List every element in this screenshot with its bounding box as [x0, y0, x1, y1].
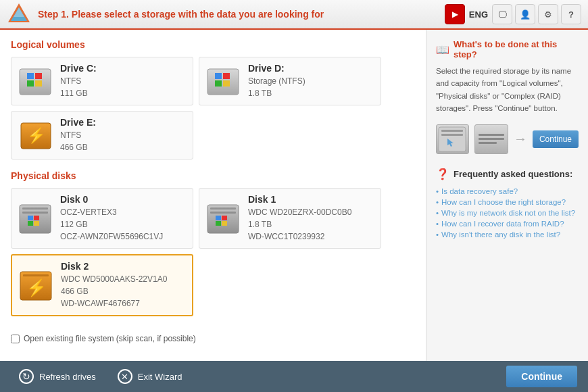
drive-c-icon	[18, 64, 53, 99]
faq-item-0[interactable]: Is data recovery safe?	[436, 186, 579, 197]
svg-rect-23	[210, 207, 236, 210]
svg-rect-20	[28, 221, 33, 226]
svg-text:⚡: ⚡	[27, 126, 46, 145]
exit-icon: ✕	[118, 369, 132, 384]
svg-rect-21	[34, 221, 39, 226]
svg-rect-26	[222, 216, 227, 220]
exit-wizard-button[interactable]: ✕ Exit Wizard	[109, 365, 191, 388]
monitor-icon: 🖵	[498, 9, 507, 20]
disk-1-name: Disk 1	[248, 194, 351, 205]
disk-0-detail: OCZ-VERTEX3 112 GB OCZ-AWNZ0FW55696C1VJ	[60, 206, 163, 243]
language-label: ENG	[469, 9, 488, 20]
faq-list: Is data recovery safe? How can I choose …	[436, 186, 579, 240]
step-label: Step 1.	[38, 9, 69, 20]
drive-e-item[interactable]: ⚡ Drive E: NTFS 466 GB	[11, 111, 193, 160]
faq-title: ❓ Frequently asked questions:	[436, 168, 579, 180]
svg-rect-25	[216, 216, 221, 220]
disk-2-icon: ⚡	[19, 268, 54, 303]
drive-c-detail: NTFS 111 GB	[60, 75, 97, 99]
physical-disks-grid: Disk 0 OCZ-VERTEX3 112 GB OCZ-AWNZ0FW556…	[11, 188, 415, 316]
drive-d-detail: Storage (NTFS) 1.8 TB	[248, 75, 305, 99]
continue-preview: → Continue	[436, 124, 579, 154]
drive-e-info: Drive E: NTFS 466 GB	[60, 117, 96, 153]
svg-text:⚡: ⚡	[26, 278, 47, 297]
disk-2-item[interactable]: ⚡ Disk 2 WDC WD5000AAKS-22V1A0 466 GB WD…	[11, 254, 193, 316]
svg-rect-27	[216, 221, 221, 226]
right-panel: 📖 What's to be done at this step? Select…	[426, 30, 588, 361]
svg-rect-4	[27, 73, 34, 79]
svg-rect-6	[27, 80, 34, 87]
svg-rect-17	[22, 212, 48, 214]
refresh-icon: ↻	[19, 369, 34, 384]
main-content: Logical volumes	[0, 30, 588, 361]
svg-rect-28	[222, 221, 227, 226]
whats-done-title: 📖 What's to be done at this step?	[436, 39, 579, 59]
svg-rect-19	[34, 216, 39, 220]
svg-rect-24	[210, 212, 236, 214]
continue-preview-button[interactable]: Continue	[533, 130, 579, 148]
app-logo	[7, 2, 31, 26]
settings-button[interactable]: ⚙	[538, 4, 558, 24]
svg-rect-16	[22, 207, 48, 210]
svg-rect-7	[35, 80, 42, 87]
header: Step 1. Please select a storage with the…	[0, 0, 588, 30]
disk-0-info: Disk 0 OCZ-VERTEX3 112 GB OCZ-AWNZ0FW556…	[60, 194, 163, 243]
faq-item-4[interactable]: Why isn't there any disk in the list?	[436, 229, 579, 240]
svg-rect-30	[23, 274, 49, 276]
whats-done-desc: Select the required storage by its name …	[436, 65, 579, 115]
header-title: Step 1. Please select a storage with the…	[38, 9, 442, 20]
drive-d-item[interactable]: Drive D: Storage (NTFS) 1.8 TB	[199, 57, 381, 105]
drive-c-item[interactable]: Drive C: NTFS 111 GB	[11, 57, 193, 105]
monitor-button[interactable]: 🖵	[492, 4, 512, 24]
disk-1-detail: WDC WD20EZRX-00DC0B0 1.8 TB WD-WCC1T0239…	[248, 206, 351, 243]
logical-volumes-title: Logical volumes	[11, 39, 415, 50]
youtube-icon: ▶	[452, 10, 458, 19]
faq-item-3[interactable]: How can I recover data from RAID?	[436, 218, 579, 229]
open-filesystem-label[interactable]: Open existing file system (skip scan, if…	[24, 334, 196, 343]
drive-d-name: Drive D:	[248, 63, 305, 74]
svg-rect-34	[441, 134, 463, 136]
faq-icon: ❓	[436, 168, 449, 180]
footer: ↻ Refresh drives ✕ Exit Wizard Continue	[0, 361, 588, 392]
user-icon: 👤	[520, 9, 531, 20]
drive-d-icon	[206, 64, 241, 99]
disk-0-name: Disk 0	[60, 194, 163, 205]
disk-1-item[interactable]: Disk 1 WDC WD20EZRX-00DC0B0 1.8 TB WD-WC…	[199, 188, 381, 249]
physical-disks-title: Physical disks	[11, 170, 415, 181]
book-icon: 📖	[436, 43, 449, 56]
user-button[interactable]: 👤	[515, 4, 535, 24]
help-icon: ?	[568, 9, 574, 20]
title-text: Please select a storage with the data yo…	[69, 9, 324, 20]
settings-icon: ⚙	[544, 9, 552, 20]
disk-2-name: Disk 2	[61, 261, 167, 272]
drive-e-name: Drive E:	[60, 117, 96, 128]
logical-volumes-grid: Drive C: NTFS 111 GB	[11, 57, 415, 160]
disk-2-detail: WDC WD5000AAKS-22V1A0 466 GB WD-WCAWF467…	[61, 273, 167, 310]
preview-disk-icon	[436, 124, 469, 154]
exit-label: Exit Wizard	[138, 372, 182, 382]
drive-e-icon: ⚡	[18, 118, 53, 153]
faq-item-1[interactable]: How can I choose the right storage?	[436, 197, 579, 207]
drive-d-info: Drive D: Storage (NTFS) 1.8 TB	[248, 63, 305, 99]
disk-0-item[interactable]: Disk 0 OCZ-VERTEX3 112 GB OCZ-AWNZ0FW556…	[11, 188, 193, 249]
disk-2-info: Disk 2 WDC WD5000AAKS-22V1A0 466 GB WD-W…	[61, 261, 167, 310]
checkbox-area: Open existing file system (skip scan, if…	[11, 327, 415, 343]
open-filesystem-checkbox[interactable]	[11, 335, 20, 343]
continue-button[interactable]: Continue	[506, 366, 577, 387]
svg-rect-18	[28, 216, 33, 220]
preview-list-icon	[474, 124, 508, 154]
faq-item-2[interactable]: Why is my network disk not on the list?	[436, 207, 579, 218]
left-panel: Logical volumes	[0, 30, 426, 361]
refresh-drives-button[interactable]: ↻ Refresh drives	[11, 365, 104, 388]
disk-1-icon	[206, 201, 241, 236]
help-button[interactable]: ?	[561, 4, 581, 24]
svg-rect-9	[215, 73, 222, 79]
youtube-button[interactable]: ▶	[445, 4, 465, 24]
svg-rect-12	[223, 80, 230, 87]
svg-rect-11	[215, 80, 222, 87]
svg-rect-33	[441, 130, 463, 132]
disk-0-icon	[18, 201, 53, 236]
drive-e-detail: NTFS 466 GB	[60, 129, 96, 153]
svg-rect-5	[35, 73, 42, 79]
svg-rect-10	[223, 73, 230, 79]
